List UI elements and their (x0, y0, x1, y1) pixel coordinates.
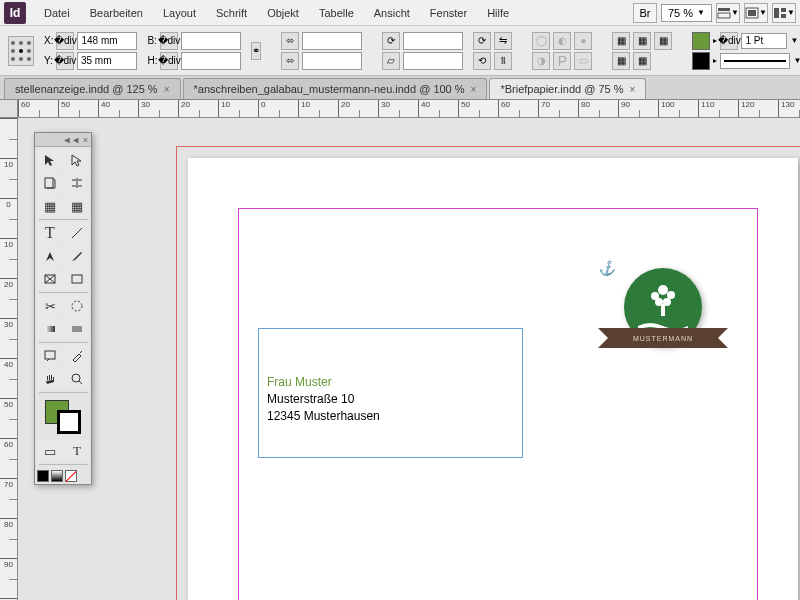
wrap-bounding-button[interactable]: ▦ (633, 32, 651, 50)
w-label: B: (147, 35, 156, 46)
line-tool[interactable] (64, 222, 90, 244)
menu-view[interactable]: Ansicht (364, 3, 420, 23)
apply-none-button[interactable] (65, 470, 77, 482)
wrap-none-button[interactable]: ▦ (612, 32, 630, 50)
formatting-container-button[interactable]: ▭ (37, 440, 63, 462)
select-container-button[interactable]: ◯ (532, 32, 550, 50)
rectangle-icon (70, 272, 84, 286)
close-icon[interactable]: × (630, 84, 636, 95)
stroke-color-swatch[interactable] (57, 410, 81, 434)
vertical-ruler[interactable]: 100102030405060708090100110120130140 (0, 118, 18, 600)
toolbox-color-swatches[interactable] (35, 396, 91, 438)
menu-file[interactable]: Datei (34, 3, 80, 23)
wrap-jump-button[interactable]: ▦ (612, 52, 630, 70)
shear-input[interactable] (403, 52, 463, 70)
h-stepper[interactable]: �div (160, 52, 178, 70)
stroke-stepper[interactable]: �div (720, 32, 738, 50)
document-canvas[interactable]: Frau Muster Musterstraße 10 12345 Muster… (18, 118, 800, 600)
close-icon[interactable]: × (164, 84, 170, 95)
hand-tool[interactable] (37, 368, 63, 390)
select-prev-button[interactable]: ◐ (553, 32, 571, 50)
view-options-button[interactable]: ▼ (716, 3, 740, 23)
y-stepper[interactable]: �div (56, 52, 74, 70)
wrap-shape-button[interactable]: ▦ (654, 32, 672, 50)
svg-rect-6 (781, 14, 786, 18)
tab-briefpapier[interactable]: *Briefpapier.indd @ 75 %× (489, 78, 646, 99)
stroke-swatch[interactable] (692, 52, 710, 70)
rotate-cw-button[interactable]: ⟳ (473, 32, 491, 50)
svg-rect-0 (718, 8, 730, 11)
fill-swatch[interactable] (692, 32, 710, 50)
close-icon[interactable]: × (471, 84, 477, 95)
apply-color-button[interactable] (37, 470, 49, 482)
menu-edit[interactable]: Bearbeiten (80, 3, 153, 23)
selection-tool[interactable] (37, 149, 63, 171)
svg-point-14 (19, 57, 23, 61)
direct-selection-tool[interactable] (64, 149, 90, 171)
toolbox-apply-row (35, 468, 91, 484)
eyedropper-tool[interactable] (64, 345, 90, 367)
svg-line-23 (72, 228, 82, 238)
scissors-tool[interactable]: ✂ (37, 295, 63, 317)
zoom-icon (70, 372, 84, 386)
frame-icon (43, 272, 57, 286)
gap-tool[interactable] (64, 172, 90, 194)
address-text-frame[interactable]: Frau Muster Musterstraße 10 12345 Muster… (258, 328, 523, 458)
rotate-ccw-button[interactable]: ⟲ (473, 52, 491, 70)
toolbox-header[interactable]: ◄◄ × (35, 133, 91, 147)
rotate-input[interactable] (403, 32, 463, 50)
h-input[interactable] (181, 52, 241, 70)
scale-x-input[interactable] (302, 32, 362, 50)
tab-anschreiben[interactable]: *anschreiben_galabau_mustermann-neu.indd… (183, 78, 488, 99)
svg-point-32 (72, 374, 80, 382)
menu-help[interactable]: Hilfe (477, 3, 519, 23)
note-tool[interactable] (37, 345, 63, 367)
rectangle-tool[interactable] (64, 268, 90, 290)
wrap-jump-next-button[interactable]: ▦ (633, 52, 651, 70)
x-input[interactable] (77, 32, 137, 50)
scale-y-input[interactable] (302, 52, 362, 70)
screen-mode-button[interactable]: ▼ (744, 3, 768, 23)
stroke-weight-input[interactable] (741, 33, 787, 49)
zoom-dropdown[interactable]: 75 % ▼ (661, 4, 712, 22)
menu-table[interactable]: Tabelle (309, 3, 364, 23)
pencil-tool[interactable] (64, 245, 90, 267)
stroke-style-dropdown[interactable] (720, 53, 790, 69)
reference-point-icon (9, 39, 33, 63)
y-input[interactable] (77, 52, 137, 70)
arrange-button[interactable]: ▼ (772, 3, 796, 23)
type-tool[interactable]: T (37, 222, 63, 244)
constrain-proportions-button[interactable]: ⚭ (251, 42, 261, 60)
zoom-tool[interactable] (64, 368, 90, 390)
pen-tool[interactable] (37, 245, 63, 267)
menu-window[interactable]: Fenster (420, 3, 477, 23)
content-collector-tool[interactable]: ▦ (37, 195, 63, 217)
select-next-button[interactable]: ◑ (532, 52, 550, 70)
menu-object[interactable]: Objekt (257, 3, 309, 23)
formatting-text-button[interactable]: T (64, 440, 90, 462)
x-stepper[interactable]: �div (56, 32, 74, 50)
tab-stellenanzeige[interactable]: stellenanzeige.indd @ 125 %× (4, 78, 181, 99)
menu-layout[interactable]: Layout (153, 3, 206, 23)
free-transform-tool[interactable] (64, 295, 90, 317)
content-placer-tool[interactable]: ▦ (64, 195, 90, 217)
flip-v-button[interactable]: ⥮ (494, 52, 512, 70)
ruler-origin[interactable] (0, 100, 18, 118)
paragraph-style-button[interactable]: P (553, 52, 571, 70)
page-tool[interactable] (37, 172, 63, 194)
svg-point-8 (19, 41, 23, 45)
bridge-button[interactable]: Br (633, 3, 657, 23)
chevron-down-icon: ▸ (713, 36, 717, 45)
rectangle-frame-tool[interactable] (37, 268, 63, 290)
w-input[interactable] (181, 32, 241, 50)
logo-frame[interactable]: MUSTERMANN (608, 268, 718, 368)
apply-gradient-button[interactable] (51, 470, 63, 482)
flip-h-button[interactable]: ⇋ (494, 32, 512, 50)
w-stepper[interactable]: �div (160, 32, 178, 50)
gradient-swatch-tool[interactable] (37, 318, 63, 340)
horizontal-ruler[interactable]: 6050403020100102030405060708090100110120… (18, 100, 800, 118)
gradient-feather-tool[interactable] (64, 318, 90, 340)
reference-point-selector[interactable] (8, 36, 34, 66)
select-content-button[interactable]: ● (574, 32, 592, 50)
menu-type[interactable]: Schrift (206, 3, 257, 23)
